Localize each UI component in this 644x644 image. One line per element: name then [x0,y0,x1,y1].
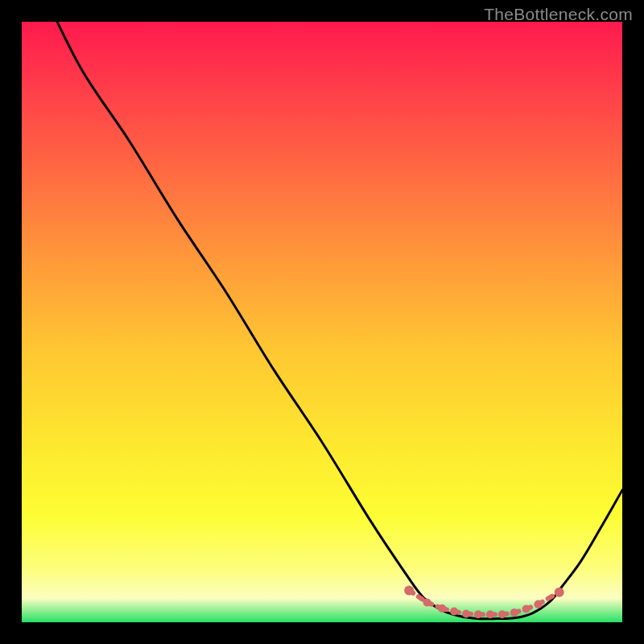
marker-dot [438,605,446,613]
marker-dot [522,605,530,613]
marker-dot [486,610,494,618]
best-fit-markers [404,585,564,618]
marker-dot [423,598,431,606]
marker-dot [555,588,564,597]
bottleneck-chart [22,22,622,622]
marker-dot [510,609,518,617]
marker-dot [474,610,482,618]
bottleneck-curve [46,0,622,619]
marker-dot [498,610,506,618]
marker-dot [404,585,414,595]
marker-dot [450,608,458,616]
chart-area [22,22,622,622]
watermark-text: TheBottleneck.com [484,5,633,24]
marker-dot [535,601,543,609]
marker-dot [462,610,470,618]
